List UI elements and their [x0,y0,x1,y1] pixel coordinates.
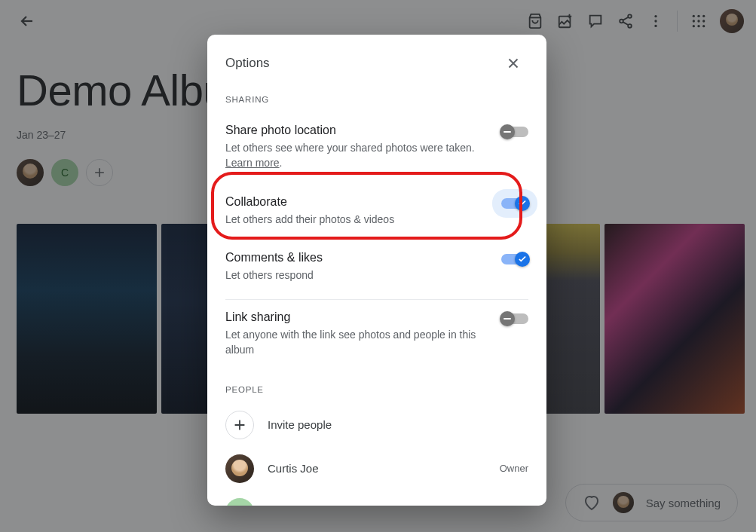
section-label-sharing: SHARING [225,95,528,104]
toggle-collaborate[interactable] [501,198,528,209]
option-desc: Let others add their photos & videos [225,212,489,227]
option-title: Share photo location [225,124,489,137]
person-name: Curtis Joe [268,462,486,475]
check-icon [517,254,528,264]
person-avatar: C [225,498,254,506]
check-icon [517,198,528,209]
person-row: C Placeholder Name [225,491,528,506]
dialog-title: Options [225,56,270,71]
option-desc: Let others respond [225,268,489,283]
invite-people-label: Invite people [268,418,528,431]
person-role: Owner [500,463,528,474]
option-title: Link sharing [225,310,489,324]
learn-more-link[interactable]: Learn more [225,157,280,169]
close-button[interactable] [498,48,528,78]
options-dialog: Options SHARING Share photo location Let… [207,35,546,506]
invite-people-row[interactable]: Invite people [225,403,528,447]
option-desc: Let anyone with the link see photos and … [225,327,489,358]
option-desc-text: Let others see where your shared photos … [225,142,475,154]
person-avatar [225,454,254,483]
toggle-link-sharing[interactable] [501,313,528,324]
invite-icon-circle [225,411,254,439]
option-comments: Comments & likes Let others respond [225,240,528,300]
toggle-comments[interactable] [501,254,528,264]
person-row: Curtis Joe Owner [225,447,528,491]
section-label-people: PEOPLE [225,385,528,394]
dialog-header: Options [207,35,546,81]
option-title: Comments & likes [225,251,489,264]
option-collaborate: Collaborate Let others add their photos … [225,182,528,240]
close-icon [505,55,522,72]
option-share-location: Share photo location Let others see wher… [225,113,528,182]
option-link-sharing: Link sharing Let anyone with the link se… [225,300,528,368]
toggle-share-location[interactable] [501,127,528,137]
option-title: Collaborate [225,195,489,209]
option-desc: Let others see where your shared photos … [225,140,489,171]
dialog-body: SHARING Share photo location Let others … [207,81,546,506]
plus-icon [231,417,248,433]
